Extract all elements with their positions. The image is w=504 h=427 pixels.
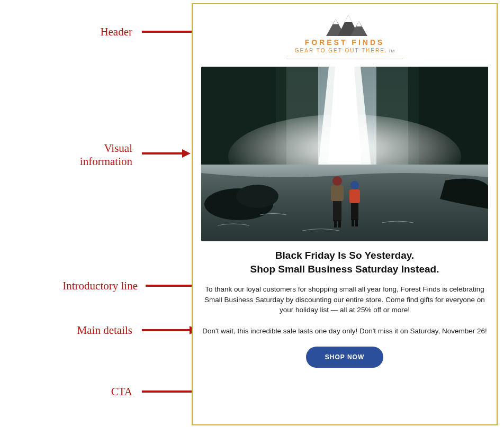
body-copy: To thank our loyal customers for shoppin… <box>204 284 485 315</box>
svg-rect-20 <box>334 220 337 228</box>
svg-marker-5 <box>356 21 362 26</box>
annotation-visual-label: Visual information <box>32 142 132 168</box>
svg-rect-23 <box>349 189 360 203</box>
diagram-stage: Header Visual information Introductory l… <box>0 0 504 427</box>
annotation-header-label: Header <box>32 25 132 39</box>
email-frame: FOREST FINDS GEAR TO GET OUT THERE.TM <box>192 3 498 425</box>
svg-rect-18 <box>331 185 344 201</box>
svg-point-16 <box>236 185 278 208</box>
svg-point-24 <box>350 181 359 189</box>
email-header: FOREST FINDS GEAR TO GET OUT THERE.TM <box>201 12 488 67</box>
mountains-icon <box>316 12 374 37</box>
svg-rect-26 <box>355 219 358 226</box>
shop-now-button[interactable]: SHOP NOW <box>306 347 383 368</box>
brand-tagline: GEAR TO GET OUT THERE.TM <box>295 48 394 53</box>
annotation-cta-label: CTA <box>32 385 132 398</box>
headline-line-1: Black Friday Is So Yesterday. <box>201 249 488 262</box>
svg-marker-3 <box>345 15 352 22</box>
annotation-details-label: Main details <box>32 324 132 337</box>
header-divider <box>286 59 403 59</box>
hero-image <box>201 67 488 241</box>
svg-marker-1 <box>333 19 338 24</box>
svg-rect-25 <box>352 219 354 226</box>
svg-point-19 <box>332 176 342 186</box>
headline-line-2: Shop Small Business Saturday Instead. <box>201 262 488 276</box>
headline: Black Friday Is So Yesterday. Shop Small… <box>201 249 488 276</box>
urgency-copy: Don't wait, this incredible sale lasts o… <box>202 327 487 335</box>
brand-name: FOREST FINDS <box>305 38 385 47</box>
annotation-intro-label: Introductory line <box>5 279 138 293</box>
svg-rect-21 <box>338 220 341 228</box>
